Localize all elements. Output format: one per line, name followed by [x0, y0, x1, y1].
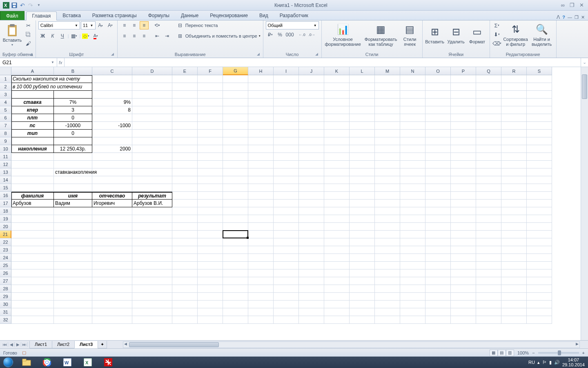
cell-D25[interactable] [132, 262, 172, 269]
cell-Q24[interactable] [476, 254, 501, 262]
cell-P18[interactable] [451, 207, 476, 215]
align-right-button[interactable]: ≡ [140, 32, 149, 40]
col-header-A[interactable]: A [11, 67, 54, 75]
cell-B20[interactable] [54, 223, 92, 231]
cell-F7[interactable] [198, 122, 223, 130]
cell-H32[interactable] [248, 316, 274, 324]
cell-A19[interactable] [11, 215, 54, 223]
cell-I24[interactable] [274, 254, 299, 262]
cell-N13[interactable] [400, 168, 425, 176]
cell-B17[interactable]: Вадим [54, 200, 92, 207]
cell-O24[interactable] [425, 254, 451, 262]
cell-D4[interactable] [132, 99, 172, 106]
cell-J16[interactable] [299, 192, 324, 200]
shrink-font-button[interactable]: A▾ [106, 21, 115, 29]
cell-K17[interactable] [324, 200, 350, 207]
macro-record-icon[interactable]: ▢ [22, 350, 26, 355]
cell-A5[interactable]: кпер [11, 106, 54, 114]
row-header-4[interactable]: 4 [0, 99, 11, 106]
cell-P26[interactable] [451, 269, 476, 277]
cell-L17[interactable] [350, 200, 375, 207]
cell-R11[interactable] [501, 153, 527, 161]
cell-S8[interactable] [527, 130, 552, 137]
cell-C2[interactable] [92, 83, 132, 91]
cell-F4[interactable] [198, 99, 223, 106]
cell-K29[interactable] [324, 293, 350, 301]
row-header-2[interactable]: 2 [0, 83, 11, 91]
sheet-tab-1[interactable]: Лист1 [29, 341, 52, 348]
cell-G32[interactable] [223, 316, 248, 324]
cell-S27[interactable] [527, 277, 552, 285]
cell-H14[interactable] [248, 176, 274, 184]
explorer-task[interactable] [17, 357, 36, 368]
cell-M21[interactable] [375, 231, 400, 238]
cell-P8[interactable] [451, 130, 476, 137]
cell-O25[interactable] [425, 262, 451, 269]
cell-L16[interactable] [350, 192, 375, 200]
cell-C22[interactable] [92, 238, 132, 246]
cell-M3[interactable] [375, 91, 400, 99]
cell-D19[interactable] [132, 215, 172, 223]
cell-Q29[interactable] [476, 293, 501, 301]
cell-M19[interactable] [375, 215, 400, 223]
cell-M1[interactable] [375, 75, 400, 83]
cell-B27[interactable] [54, 277, 92, 285]
format-table-button[interactable]: ▦Форматировать как таблицу [363, 21, 399, 48]
cell-L4[interactable] [350, 99, 375, 106]
cell-Q25[interactable] [476, 262, 501, 269]
cell-M28[interactable] [375, 285, 400, 293]
cell-A11[interactable] [11, 153, 54, 161]
number-format-select[interactable]: Общий▼ [266, 21, 319, 29]
cell-H20[interactable] [248, 223, 274, 231]
row-header-3[interactable]: 3 [0, 91, 11, 99]
cell-P17[interactable] [451, 200, 476, 207]
cell-P32[interactable] [451, 316, 476, 324]
cell-R29[interactable] [501, 293, 527, 301]
cell-A13[interactable] [11, 168, 54, 176]
tab-view[interactable]: Вид [254, 11, 274, 20]
zoom-level[interactable]: 100% [517, 350, 529, 355]
cell-E1[interactable] [172, 75, 198, 83]
col-header-L[interactable]: L [350, 67, 375, 75]
cell-S20[interactable] [527, 223, 552, 231]
cell-O14[interactable] [425, 176, 451, 184]
cell-K9[interactable] [324, 137, 350, 145]
cell-O30[interactable] [425, 301, 451, 308]
name-box-input[interactable] [2, 60, 51, 65]
cell-B30[interactable] [54, 301, 92, 308]
cell-M2[interactable] [375, 83, 400, 91]
cell-J11[interactable] [299, 153, 324, 161]
cell-D11[interactable] [132, 153, 172, 161]
cell-G25[interactable] [223, 262, 248, 269]
cell-M13[interactable] [375, 168, 400, 176]
cell-R19[interactable] [501, 215, 527, 223]
cell-B5[interactable]: 3 [54, 106, 92, 114]
cell-O31[interactable] [425, 308, 451, 316]
tray-network-icon[interactable]: ▮ [549, 360, 552, 365]
cell-L1[interactable] [350, 75, 375, 83]
cell-J6[interactable] [299, 114, 324, 122]
cell-K27[interactable] [324, 277, 350, 285]
cell-E32[interactable] [172, 316, 198, 324]
cell-I23[interactable] [274, 246, 299, 254]
cell-A22[interactable] [11, 238, 54, 246]
cell-P4[interactable] [451, 99, 476, 106]
sheet-tab-3[interactable]: Лист3 [74, 341, 98, 348]
cell-L30[interactable] [350, 301, 375, 308]
cell-J15[interactable] [299, 184, 324, 192]
cell-Q14[interactable] [476, 176, 501, 184]
cell-Q31[interactable] [476, 308, 501, 316]
cell-I14[interactable] [274, 176, 299, 184]
file-tab[interactable]: Файл [0, 11, 24, 20]
cell-B15[interactable] [54, 184, 92, 192]
cell-B32[interactable] [54, 316, 92, 324]
row-header-21[interactable]: 21 [0, 231, 11, 238]
cell-I20[interactable] [274, 223, 299, 231]
cell-O7[interactable] [425, 122, 451, 130]
cell-Q17[interactable] [476, 200, 501, 207]
cell-Q6[interactable] [476, 114, 501, 122]
cell-J1[interactable] [299, 75, 324, 83]
cell-D7[interactable] [132, 122, 172, 130]
cell-K4[interactable] [324, 99, 350, 106]
cell-C3[interactable] [92, 91, 132, 99]
